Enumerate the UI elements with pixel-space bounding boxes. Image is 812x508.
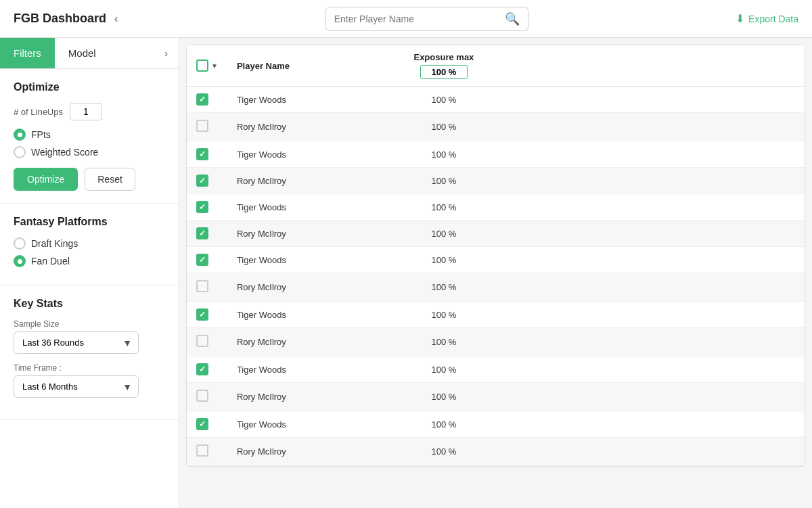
table-row: Rory McIlroy100 % (187, 113, 805, 141)
exposure-cell: 100 % (397, 194, 491, 221)
sidebar-tabs: Filters Model › (0, 38, 179, 69)
extra-col-2 (648, 87, 805, 113)
table-row: Rory McIlroy100 % (187, 221, 805, 247)
search-input[interactable] (334, 14, 499, 24)
table-row: Tiger Woods100 % (187, 302, 805, 328)
extra-col-2 (648, 221, 805, 247)
fpts-label: FPts (31, 129, 51, 140)
row-checkbox[interactable] (196, 280, 208, 292)
reset-button[interactable]: Reset (85, 168, 135, 191)
extra-col-2 (648, 438, 805, 466)
player-name-cell: Rory McIlroy (227, 168, 397, 194)
row-checkbox[interactable] (196, 444, 208, 457)
exposure-cell: 100 % (397, 247, 491, 273)
optimize-button[interactable]: Optimize (14, 168, 78, 191)
row-checkbox-cell[interactable] (187, 141, 227, 168)
row-checkbox-cell[interactable] (187, 168, 227, 194)
exposure-cell: 100 % (397, 328, 491, 356)
export-button[interactable]: ⬇ Export Data (736, 12, 798, 25)
extra-col-1 (491, 221, 648, 247)
row-checkbox-cell[interactable] (187, 411, 227, 438)
lineup-input[interactable] (70, 103, 102, 120)
keystats-title: Key Stats (14, 298, 165, 310)
table-row: Rory McIlroy100 % (187, 168, 805, 194)
row-checkbox[interactable] (196, 418, 208, 430)
row-checkbox-cell[interactable] (187, 194, 227, 221)
timeframe-select[interactable]: Last 6 Months Last 3 Months Last Month L… (14, 375, 139, 398)
weighted-label: Weighted Score (31, 147, 98, 158)
header-checkbox-dropdown-icon[interactable]: ▼ (211, 62, 218, 70)
row-checkbox[interactable] (196, 201, 208, 213)
exposure-cell: 100 % (397, 438, 491, 466)
row-checkbox[interactable] (196, 335, 208, 347)
row-checkbox[interactable] (196, 148, 208, 160)
draftkings-row[interactable]: Draft Kings (14, 237, 165, 250)
fpts-radio[interactable] (14, 129, 26, 141)
extra-col-1 (491, 356, 648, 383)
exposure-cell: 100 % (397, 383, 491, 411)
player-name-cell: Tiger Woods (227, 141, 397, 168)
player-name-cell: Tiger Woods (227, 87, 397, 113)
row-checkbox-cell[interactable] (187, 438, 227, 466)
row-checkbox-cell[interactable] (187, 87, 227, 113)
weighted-radio[interactable] (14, 146, 26, 158)
row-checkbox-cell[interactable] (187, 328, 227, 356)
row-checkbox[interactable] (196, 390, 208, 402)
extra-col-1 (491, 141, 648, 168)
player-name-cell: Tiger Woods (227, 356, 397, 383)
fanduel-row[interactable]: Fan Duel (14, 255, 165, 267)
tabs-chevron-icon[interactable]: › (164, 48, 179, 59)
row-checkbox[interactable] (196, 308, 208, 321)
fanduel-radio[interactable] (14, 255, 26, 267)
collapse-icon[interactable]: ‹ (114, 13, 118, 25)
row-checkbox-cell[interactable] (187, 302, 227, 328)
sample-label: Sample Size (14, 319, 165, 329)
lineup-label: # of LineUps (14, 107, 63, 117)
sample-select[interactable]: Last 36 Rounds Last 18 Rounds Last 9 Rou… (14, 331, 139, 354)
header-left: FGB Dashboard ‹ (14, 11, 118, 26)
draftkings-radio[interactable] (14, 237, 26, 250)
player-name-cell: Rory McIlroy (227, 273, 397, 302)
extra-col-2 (648, 356, 805, 383)
exposure-max-input[interactable] (420, 65, 468, 79)
sample-select-wrapper: Last 36 Rounds Last 18 Rounds Last 9 Rou… (14, 331, 139, 354)
timeframe-select-wrapper: Last 6 Months Last 3 Months Last Month L… (14, 375, 139, 398)
exposure-cell: 100 % (397, 141, 491, 168)
row-checkbox-cell[interactable] (187, 383, 227, 411)
table-header-row: ▼ Player Name Exposure max (187, 45, 805, 87)
players-table: ▼ Player Name Exposure max (187, 45, 805, 466)
search-icon: 🔍 (505, 11, 520, 26)
player-name-cell: Rory McIlroy (227, 383, 397, 411)
row-checkbox[interactable] (196, 175, 208, 187)
table-row: Tiger Woods100 % (187, 194, 805, 221)
tab-model[interactable]: Model (55, 38, 110, 68)
tab-filters[interactable]: Filters (0, 38, 55, 68)
fpts-radio-row[interactable]: FPts (14, 129, 165, 141)
header-checkbox-cell: ▼ (187, 45, 227, 87)
row-checkbox-cell[interactable] (187, 356, 227, 383)
row-checkbox-cell[interactable] (187, 247, 227, 273)
extra-col-1 (491, 383, 648, 411)
row-checkbox[interactable] (196, 254, 208, 266)
row-checkbox[interactable] (196, 93, 208, 106)
row-checkbox-cell[interactable] (187, 273, 227, 302)
weighted-radio-row[interactable]: Weighted Score (14, 146, 165, 158)
table-row: Rory McIlroy100 % (187, 328, 805, 356)
player-name-cell: Tiger Woods (227, 411, 397, 438)
header: FGB Dashboard ‹ 🔍 ⬇ Export Data (0, 0, 812, 38)
exposure-cell: 100 % (397, 168, 491, 194)
header-checkbox[interactable] (196, 60, 208, 72)
row-checkbox-cell[interactable] (187, 113, 227, 141)
player-name-cell: Tiger Woods (227, 194, 397, 221)
row-checkbox[interactable] (196, 120, 208, 132)
extra-col-1 (491, 168, 648, 194)
row-checkbox-cell[interactable] (187, 221, 227, 247)
table-row: Tiger Woods100 % (187, 141, 805, 168)
sidebar: Filters Model › Optimize # of LineUps FP… (0, 38, 179, 508)
extra-col-1 (491, 87, 648, 113)
extra-col-2 (648, 168, 805, 194)
extra-col-2 (648, 328, 805, 356)
row-checkbox[interactable] (196, 227, 208, 239)
row-checkbox[interactable] (196, 363, 208, 375)
draftkings-label: Draft Kings (31, 238, 78, 249)
